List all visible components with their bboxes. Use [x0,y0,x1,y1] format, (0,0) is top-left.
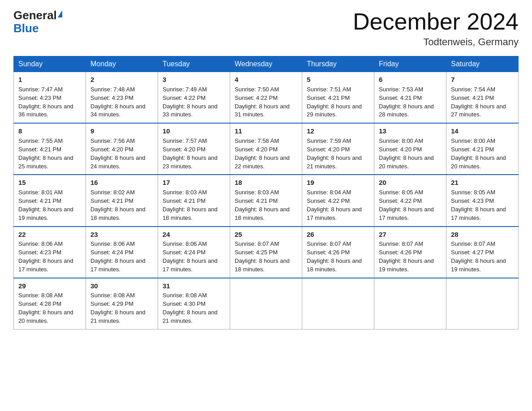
weekday-header-thursday: Thursday [302,56,374,72]
day-sunrise: Sunrise: 8:05 AM [451,189,495,196]
calendar-day-cell: 15 Sunrise: 8:01 AM Sunset: 4:21 PM Dayl… [14,175,86,226]
day-daylight: Daylight: 8 hours and 34 minutes. [90,103,146,118]
day-number: 14 [451,126,514,136]
calendar-day-cell: 17 Sunrise: 8:03 AM Sunset: 4:21 PM Dayl… [158,175,230,226]
day-sunset: Sunset: 4:20 PM [235,146,278,153]
calendar-day-cell: 24 Sunrise: 8:06 AM Sunset: 4:24 PM Dayl… [158,227,230,278]
calendar-day-cell [230,278,302,330]
day-sunrise: Sunrise: 7:55 AM [18,137,63,144]
calendar-day-cell: 6 Sunrise: 7:53 AM Sunset: 4:21 PM Dayli… [374,72,446,124]
day-number: 10 [163,126,225,136]
day-sunset: Sunset: 4:28 PM [18,300,61,307]
day-number: 3 [163,75,225,85]
day-daylight: Daylight: 8 hours and 17 minutes. [379,206,434,221]
day-number: 5 [307,75,369,85]
day-sunset: Sunset: 4:25 PM [235,249,278,256]
day-number: 22 [18,230,81,240]
day-sunset: Sunset: 4:27 PM [451,249,494,256]
day-sunset: Sunset: 4:22 PM [379,197,422,204]
day-sunset: Sunset: 4:23 PM [90,94,133,101]
calendar-day-cell: 19 Sunrise: 8:04 AM Sunset: 4:22 PM Dayl… [302,175,374,226]
calendar-day-cell: 10 Sunrise: 7:57 AM Sunset: 4:20 PM Dayl… [158,123,230,175]
day-sunset: Sunset: 4:21 PM [18,197,61,204]
calendar-day-cell [302,278,374,330]
calendar-day-cell: 28 Sunrise: 8:07 AM Sunset: 4:27 PM Dayl… [446,227,519,278]
day-sunset: Sunset: 4:20 PM [90,146,133,153]
day-sunrise: Sunrise: 8:00 AM [379,137,423,144]
day-number: 4 [235,75,297,85]
calendar-day-cell: 29 Sunrise: 8:08 AM Sunset: 4:28 PM Dayl… [14,278,86,330]
weekday-header-sunday: Sunday [14,56,86,72]
day-daylight: Daylight: 8 hours and 20 minutes. [18,309,73,324]
day-sunset: Sunset: 4:21 PM [307,94,350,101]
day-daylight: Daylight: 8 hours and 19 minutes. [379,257,434,273]
day-number: 7 [451,75,514,85]
day-daylight: Daylight: 8 hours and 29 minutes. [307,103,362,118]
calendar-day-cell: 8 Sunrise: 7:55 AM Sunset: 4:21 PM Dayli… [14,123,86,175]
day-sunrise: Sunrise: 8:08 AM [90,292,135,299]
day-sunset: Sunset: 4:24 PM [163,249,206,256]
day-daylight: Daylight: 8 hours and 22 minutes. [235,154,290,170]
calendar-day-cell: 27 Sunrise: 8:07 AM Sunset: 4:26 PM Dayl… [374,227,446,278]
day-sunset: Sunset: 4:21 PM [379,94,422,101]
day-sunset: Sunset: 4:22 PM [307,197,350,204]
day-sunrise: Sunrise: 7:56 AM [90,137,135,144]
day-sunset: Sunset: 4:21 PM [451,94,494,101]
day-number: 17 [163,178,225,188]
weekday-header-row: SundayMondayTuesdayWednesdayThursdayFrid… [14,56,519,72]
day-sunrise: Sunrise: 8:02 AM [90,189,135,196]
weekday-header-wednesday: Wednesday [230,56,302,72]
day-sunset: Sunset: 4:20 PM [307,146,350,153]
day-sunrise: Sunrise: 8:06 AM [90,240,135,247]
calendar-day-cell: 23 Sunrise: 8:06 AM Sunset: 4:24 PM Dayl… [86,227,158,278]
calendar-day-cell: 30 Sunrise: 8:08 AM Sunset: 4:29 PM Dayl… [86,278,158,330]
day-daylight: Daylight: 8 hours and 24 minutes. [90,154,146,170]
day-sunrise: Sunrise: 7:47 AM [18,86,63,93]
day-daylight: Daylight: 8 hours and 36 minutes. [18,103,73,118]
day-daylight: Daylight: 8 hours and 20 minutes. [451,154,506,170]
day-sunset: Sunset: 4:20 PM [163,146,206,153]
day-daylight: Daylight: 8 hours and 23 minutes. [163,154,218,170]
calendar-week-row: 1 Sunrise: 7:47 AM Sunset: 4:23 PM Dayli… [14,72,519,124]
calendar-table: SundayMondayTuesdayWednesdayThursdayFrid… [13,56,519,330]
day-daylight: Daylight: 8 hours and 27 minutes. [451,103,506,118]
day-sunrise: Sunrise: 8:05 AM [379,189,423,196]
day-daylight: Daylight: 8 hours and 18 minutes. [235,206,290,221]
day-sunrise: Sunrise: 8:07 AM [379,240,423,247]
day-number: 25 [235,230,297,240]
day-daylight: Daylight: 8 hours and 18 minutes. [163,206,218,221]
day-number: 23 [90,230,153,240]
calendar-day-cell: 21 Sunrise: 8:05 AM Sunset: 4:23 PM Dayl… [446,175,519,226]
day-sunset: Sunset: 4:21 PM [18,146,61,153]
day-number: 8 [18,126,81,136]
calendar-day-cell: 1 Sunrise: 7:47 AM Sunset: 4:23 PM Dayli… [14,72,86,124]
day-sunrise: Sunrise: 8:00 AM [451,137,495,144]
day-number: 21 [451,178,514,188]
logo-blue-text: Blue [13,22,39,35]
day-sunrise: Sunrise: 8:06 AM [163,240,207,247]
weekday-header-monday: Monday [86,56,158,72]
day-sunset: Sunset: 4:20 PM [379,146,422,153]
day-sunset: Sunset: 4:22 PM [235,94,278,101]
logo-general-text: General [13,9,57,22]
day-number: 29 [18,281,81,291]
day-daylight: Daylight: 8 hours and 19 minutes. [451,257,506,273]
day-number: 18 [235,178,297,188]
day-sunrise: Sunrise: 8:01 AM [18,189,63,196]
calendar-day-cell: 5 Sunrise: 7:51 AM Sunset: 4:21 PM Dayli… [302,72,374,124]
day-daylight: Daylight: 8 hours and 17 minutes. [18,257,73,273]
day-sunrise: Sunrise: 8:06 AM [18,240,63,247]
day-number: 19 [307,178,369,188]
day-number: 15 [18,178,81,188]
calendar-day-cell [374,278,446,330]
day-sunset: Sunset: 4:23 PM [18,94,61,101]
day-sunset: Sunset: 4:26 PM [307,249,350,256]
day-sunrise: Sunrise: 8:07 AM [307,240,351,247]
calendar-week-row: 8 Sunrise: 7:55 AM Sunset: 4:21 PM Dayli… [14,123,519,175]
day-daylight: Daylight: 8 hours and 17 minutes. [163,257,218,273]
day-number: 26 [307,230,369,240]
day-sunset: Sunset: 4:24 PM [90,249,133,256]
weekday-header-tuesday: Tuesday [158,56,230,72]
day-daylight: Daylight: 8 hours and 17 minutes. [90,257,146,273]
day-daylight: Daylight: 8 hours and 21 minutes. [163,309,218,324]
